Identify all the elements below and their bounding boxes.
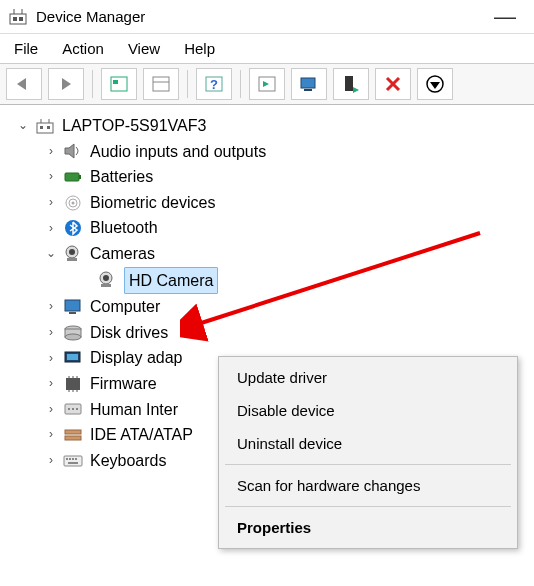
collapse-icon[interactable]: › — [42, 193, 60, 212]
hid-icon — [60, 398, 86, 420]
camera-icon — [94, 269, 120, 291]
svg-rect-48 — [66, 378, 80, 390]
collapse-icon[interactable]: › — [42, 374, 60, 393]
svg-rect-40 — [101, 284, 111, 287]
root-label: LAPTOP-5S91VAF3 — [62, 113, 206, 139]
svg-rect-0 — [10, 14, 26, 24]
collapse-icon[interactable]: › — [42, 167, 60, 186]
svg-rect-61 — [64, 456, 82, 466]
toolbar-scan[interactable] — [333, 68, 369, 100]
toolbar-btn-2[interactable] — [143, 68, 179, 100]
app-icon — [8, 7, 28, 27]
expand-icon[interactable]: ⌄ — [14, 116, 32, 135]
toolbar-remove[interactable] — [375, 68, 411, 100]
menu-action[interactable]: Action — [62, 40, 104, 57]
menu-file[interactable]: File — [14, 40, 38, 57]
svg-marker-6 — [62, 78, 71, 90]
svg-rect-30 — [79, 175, 81, 179]
svg-rect-66 — [68, 462, 78, 464]
svg-marker-5 — [17, 78, 26, 90]
fingerprint-icon — [60, 192, 86, 214]
svg-rect-59 — [65, 430, 81, 434]
tree-item-hd-camera[interactable]: HD Camera — [4, 267, 530, 295]
svg-rect-1 — [13, 17, 17, 21]
tree-item-bluetooth[interactable]: › Bluetooth — [4, 215, 530, 241]
collapse-icon[interactable]: › — [42, 349, 60, 368]
collapse-icon[interactable]: › — [42, 219, 60, 238]
svg-point-39 — [103, 275, 109, 281]
window-title: Device Manager — [36, 8, 484, 25]
svg-text:?: ? — [210, 77, 218, 92]
collapse-icon[interactable]: › — [42, 297, 60, 316]
toolbar-refresh[interactable] — [249, 68, 285, 100]
svg-point-57 — [72, 408, 74, 410]
tree-item-batteries[interactable]: › Batteries — [4, 164, 530, 190]
collapse-icon[interactable]: › — [42, 323, 60, 342]
chip-icon — [60, 373, 86, 395]
svg-rect-29 — [65, 173, 79, 181]
display-icon — [60, 347, 86, 369]
collapse-icon[interactable]: › — [42, 425, 60, 444]
bluetooth-icon — [60, 217, 86, 239]
menu-uninstall-device[interactable]: Uninstall device — [219, 427, 517, 460]
svg-point-45 — [65, 334, 81, 340]
svg-rect-42 — [69, 312, 76, 314]
menu-update-driver[interactable]: Update driver — [219, 361, 517, 394]
help-button[interactable]: ? — [196, 68, 232, 100]
svg-rect-17 — [345, 76, 353, 91]
svg-rect-37 — [67, 258, 77, 261]
tree-root[interactable]: ⌄ LAPTOP-5S91VAF3 — [4, 113, 530, 139]
menu-view[interactable]: View — [128, 40, 160, 57]
toolbar-down[interactable] — [417, 68, 453, 100]
menu-separator — [225, 464, 511, 465]
menu-properties[interactable]: Properties — [219, 511, 517, 544]
svg-marker-28 — [65, 144, 74, 158]
disk-icon — [60, 322, 86, 344]
context-menu: Update driver Disable device Uninstall d… — [218, 356, 518, 549]
monitor-icon — [60, 296, 86, 318]
tree-item-cameras[interactable]: ⌄ Cameras — [4, 241, 530, 267]
svg-rect-47 — [67, 354, 78, 360]
ide-icon — [60, 424, 86, 446]
svg-rect-64 — [72, 458, 74, 460]
svg-rect-41 — [65, 300, 80, 311]
toolbar-remote[interactable] — [291, 68, 327, 100]
minimize-button[interactable]: — — [484, 4, 526, 30]
titlebar: Device Manager — — [0, 0, 534, 34]
collapse-icon[interactable]: › — [42, 451, 60, 470]
collapse-icon[interactable]: › — [42, 142, 60, 161]
svg-rect-8 — [113, 80, 118, 84]
svg-rect-9 — [153, 77, 169, 91]
toolbar-btn-1[interactable] — [101, 68, 137, 100]
forward-button[interactable] — [48, 68, 84, 100]
menubar: File Action View Help — [0, 34, 534, 63]
tree-item-audio[interactable]: › Audio inputs and outputs — [4, 139, 530, 165]
menu-separator — [225, 506, 511, 507]
expand-icon[interactable]: ⌄ — [42, 244, 60, 263]
svg-rect-25 — [47, 126, 50, 129]
svg-rect-63 — [69, 458, 71, 460]
svg-rect-24 — [40, 126, 43, 129]
speaker-icon — [60, 140, 86, 162]
svg-marker-22 — [430, 82, 440, 89]
camera-icon — [60, 243, 86, 265]
svg-rect-2 — [19, 17, 23, 21]
svg-rect-65 — [75, 458, 77, 460]
tree-item-biometric[interactable]: › Biometric devices — [4, 190, 530, 216]
tree-item-disks[interactable]: › Disk drives — [4, 320, 530, 346]
menu-help[interactable]: Help — [184, 40, 215, 57]
svg-rect-23 — [37, 123, 53, 133]
toolbar: ? — [0, 63, 534, 105]
menu-scan-hardware[interactable]: Scan for hardware changes — [219, 469, 517, 502]
back-button[interactable] — [6, 68, 42, 100]
svg-point-56 — [68, 408, 70, 410]
keyboard-icon — [60, 450, 86, 472]
collapse-icon[interactable]: › — [42, 400, 60, 419]
tree-item-computer[interactable]: › Computer — [4, 294, 530, 320]
svg-rect-60 — [65, 436, 81, 440]
selected-device-label: HD Camera — [124, 267, 218, 295]
svg-point-58 — [76, 408, 78, 410]
menu-disable-device[interactable]: Disable device — [219, 394, 517, 427]
svg-rect-16 — [304, 89, 312, 91]
svg-marker-14 — [263, 81, 269, 87]
